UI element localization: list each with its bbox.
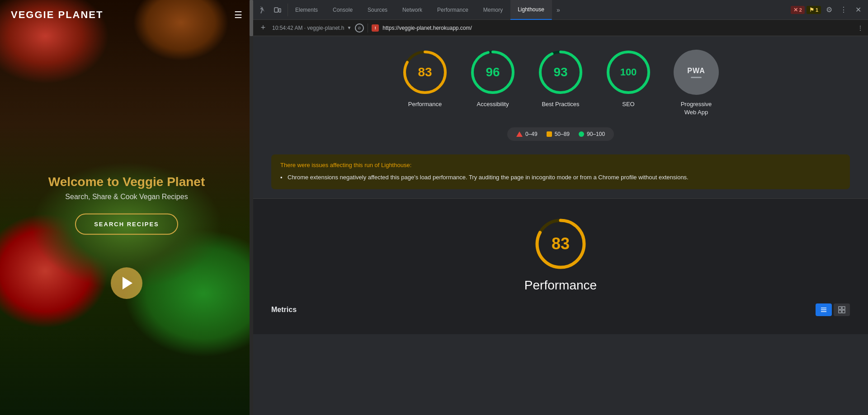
- url-display: ! https://veggie-planet.herokuapp.com/: [372, 24, 854, 32]
- legend-low-range: 0–49: [525, 131, 538, 137]
- legend-mid: 50–89: [547, 131, 570, 137]
- tab-performance[interactable]: Performance: [430, 0, 476, 20]
- site-header: VEGGIE PLANET ☰: [0, 0, 253, 30]
- svg-rect-19: [842, 310, 845, 313]
- svg-rect-16: [839, 307, 841, 309]
- play-button[interactable]: [111, 267, 142, 299]
- metrics-treemap-view-button[interactable]: [834, 303, 850, 316]
- warning-box: There were issues affecting this run of …: [271, 154, 850, 189]
- url-bar: + 10:54:42 AM · veggie-planet.h ▼ ⊘ ! ht…: [253, 20, 868, 36]
- play-icon: [123, 277, 132, 289]
- warning-icon: ⚑: [809, 7, 814, 13]
- best-practices-circle: 93: [538, 50, 583, 95]
- more-tabs-icon[interactable]: »: [552, 0, 565, 20]
- score-item-seo: 100 SEO: [606, 50, 651, 108]
- url-bar-separator: [368, 23, 368, 33]
- accessibility-score: 96: [486, 65, 500, 79]
- warning-item: Chrome extensions negatively affected th…: [280, 173, 841, 182]
- performance-detail: 83 Performance Metrics: [253, 199, 868, 334]
- error-count: 2: [799, 7, 802, 13]
- best-practices-score: 93: [553, 65, 567, 79]
- legend-mid-range: 50–89: [555, 131, 570, 137]
- device-toggle-icon[interactable]: [271, 4, 284, 16]
- score-legend: 0–49 50–89 90–100: [507, 127, 614, 141]
- legend-red-triangle: [516, 131, 523, 137]
- block-url-button[interactable]: ⊘: [355, 23, 364, 33]
- warning-count: 1: [816, 7, 818, 13]
- performance-circle: 83: [402, 50, 448, 95]
- svg-rect-18: [839, 310, 841, 313]
- pwa-circle: PWA: [674, 50, 719, 95]
- best-practices-label: Best Practices: [542, 100, 579, 108]
- performance-detail-circle: 83: [533, 217, 588, 271]
- pwa-line: [691, 77, 702, 78]
- block-icon: ⊘: [358, 26, 361, 30]
- score-item-best-practices: 93 Best Practices: [538, 50, 583, 108]
- scores-section: 83 Performance 96 Accessibility: [253, 36, 868, 150]
- settings-icon[interactable]: ⚙: [823, 4, 835, 16]
- legend-green-circle: [579, 131, 584, 137]
- security-warning-icon: !: [372, 24, 379, 32]
- metrics-list-view-button[interactable]: [816, 303, 832, 316]
- pwa-score-label: ProgressiveWeb App: [681, 100, 712, 117]
- performance-detail-label: Performance: [524, 278, 597, 293]
- score-item-pwa: PWA ProgressiveWeb App: [674, 50, 719, 117]
- lighthouse-content: 83 Performance 96 Accessibility: [253, 36, 868, 415]
- search-recipes-button[interactable]: SEARCH RECIPES: [75, 213, 178, 234]
- warning-title: There were issues affecting this run of …: [280, 162, 841, 168]
- scrollbar[interactable]: [250, 0, 253, 415]
- close-devtools-button[interactable]: ✕: [852, 4, 864, 16]
- tab-elements[interactable]: Elements: [288, 0, 326, 20]
- pwa-label: PWA: [687, 67, 705, 75]
- metrics-title: Metrics: [271, 306, 297, 314]
- seo-score: 100: [620, 66, 637, 78]
- hamburger-icon[interactable]: ☰: [234, 9, 242, 20]
- hero-brand: Veggie Planet: [123, 174, 205, 188]
- devtools-panel: Elements Console Sources Network Perform…: [253, 0, 868, 415]
- legend-low: 0–49: [516, 131, 538, 137]
- url-text: https://veggie-planet.herokuapp.com/: [382, 25, 472, 31]
- warning-badge[interactable]: ⚑ 1: [807, 6, 821, 14]
- tab-lighthouse[interactable]: Lighthouse: [510, 0, 552, 20]
- session-timestamp[interactable]: 10:54:42 AM · veggie-planet.h ▼: [272, 25, 351, 31]
- error-icon: ✕: [793, 7, 798, 13]
- metrics-header: Metrics: [271, 303, 850, 316]
- performance-score: 83: [418, 65, 432, 79]
- performance-label: Performance: [408, 100, 442, 108]
- legend-high: 90–100: [579, 131, 605, 137]
- url-more-button[interactable]: ⋮: [857, 24, 863, 32]
- legend-orange-square: [547, 131, 552, 137]
- tab-sources[interactable]: Sources: [360, 0, 395, 20]
- tab-console[interactable]: Console: [326, 0, 360, 20]
- tab-network[interactable]: Network: [395, 0, 430, 20]
- svg-rect-0: [260, 6, 261, 7]
- accessibility-label: Accessibility: [477, 100, 509, 108]
- scores-row: 83 Performance 96 Accessibility: [402, 50, 719, 117]
- tab-memory[interactable]: Memory: [476, 0, 510, 20]
- scroll-thumb[interactable]: [250, 0, 253, 36]
- legend-high-range: 90–100: [587, 131, 605, 137]
- error-badge[interactable]: ✕ 2: [791, 6, 805, 14]
- inspect-icon[interactable]: [257, 4, 269, 16]
- metrics-view-buttons: [816, 303, 850, 316]
- seo-circle: 100: [606, 50, 651, 95]
- website-preview: VEGGIE PLANET ☰ Welcome to Veggie Planet…: [0, 0, 253, 415]
- svg-rect-1: [274, 8, 278, 12]
- devtools-toolbar: Elements Console Sources Network Perform…: [253, 0, 868, 20]
- score-item-performance: 83 Performance: [402, 50, 448, 108]
- svg-rect-17: [842, 307, 845, 309]
- site-title: VEGGIE PLANET: [11, 9, 103, 21]
- more-options-icon[interactable]: ⋮: [837, 4, 850, 16]
- add-tab-button[interactable]: +: [258, 23, 269, 33]
- devtools-right-actions: ✕ 2 ⚑ 1 ⚙ ⋮ ✕: [787, 4, 868, 16]
- hero-section: Welcome to Veggie Planet Search, Share &…: [13, 174, 241, 234]
- accessibility-circle: 96: [470, 50, 515, 95]
- svg-rect-2: [279, 9, 281, 12]
- devtools-left-icons: [253, 4, 288, 16]
- seo-label: SEO: [622, 100, 634, 108]
- timestamp-dropdown-icon: ▼: [347, 25, 351, 30]
- score-item-accessibility: 96 Accessibility: [470, 50, 515, 108]
- hero-welcome: Welcome to Veggie Planet: [13, 174, 241, 189]
- devtools-tabs: Elements Console Sources Network Perform…: [288, 0, 787, 20]
- performance-detail-score: 83: [552, 234, 570, 253]
